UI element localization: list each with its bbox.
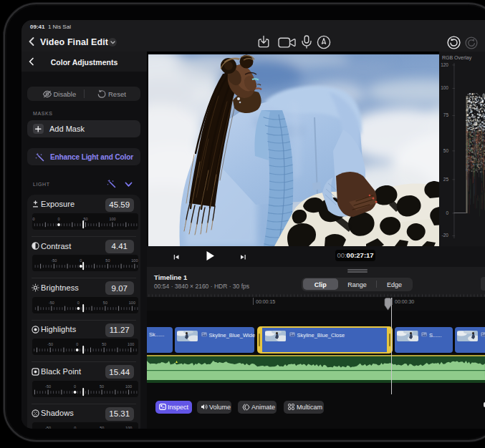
svg-text:50: 50 xyxy=(83,217,87,221)
svg-text:50: 50 xyxy=(100,384,104,388)
svg-text:100: 100 xyxy=(128,300,135,304)
svg-text:100: 100 xyxy=(109,217,115,221)
svg-text:50: 50 xyxy=(102,342,106,346)
svg-text:-50: -50 xyxy=(48,300,54,304)
svg-text:100: 100 xyxy=(125,426,132,429)
svg-text:50: 50 xyxy=(105,258,110,263)
svg-text:-50: -50 xyxy=(45,426,51,429)
svg-text:50: 50 xyxy=(100,426,104,429)
svg-text:-50: -50 xyxy=(45,384,51,388)
svg-text:0: 0 xyxy=(80,258,82,263)
svg-text:-50: -50 xyxy=(47,342,53,346)
svg-text:0: 0 xyxy=(57,217,59,221)
svg-text:-50: -50 xyxy=(32,217,34,221)
svg-text:100: 100 xyxy=(131,258,138,263)
svg-text:0: 0 xyxy=(74,384,76,388)
svg-text:100: 100 xyxy=(125,384,132,388)
svg-text:-50: -50 xyxy=(51,258,57,263)
svg-text:0: 0 xyxy=(74,426,76,429)
svg-text:100: 100 xyxy=(128,342,134,346)
svg-text:0: 0 xyxy=(76,342,78,346)
svg-text:50: 50 xyxy=(102,300,107,304)
svg-text:0: 0 xyxy=(77,300,79,304)
